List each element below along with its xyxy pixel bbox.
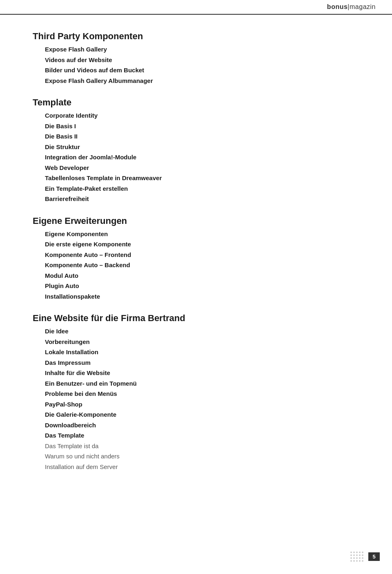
section-eigene: Eigene Erweiterungen <box>33 216 376 226</box>
section-firma: Eine Website für die Firma Bertrand <box>33 313 376 324</box>
list-item: Tabellenloses Template in Dreamweaver <box>45 173 376 183</box>
list-item: Die erste eigene Komponente <box>45 239 376 250</box>
list-item: Installationspakete <box>45 291 376 302</box>
header-bar: bonus|magazin <box>0 0 392 15</box>
list-item: Komponente Auto – Backend <box>45 260 376 270</box>
list-item: Eigene Komponenten <box>45 229 376 239</box>
list-item-das-template-ist-da: Das Template ist da <box>45 441 376 451</box>
brand-name: bonus <box>327 3 348 10</box>
list-item: Expose Flash Gallery <box>45 44 376 55</box>
list-item: Lokale Installation <box>45 347 376 357</box>
list-item-das-template: Das Template <box>45 430 376 441</box>
header-title: bonus|magazin <box>327 3 376 11</box>
header-subtitle: magazin <box>350 3 376 10</box>
section-template: Template <box>33 97 376 108</box>
list-item: Komponente Auto – Frontend <box>45 250 376 260</box>
list-item: Ein Benutzer- und ein Topmenü <box>45 378 376 389</box>
section-third-party: Third Party Komponenten <box>33 31 376 42</box>
list-item: Downloadbereich <box>45 420 376 431</box>
decorative-dots <box>350 552 363 562</box>
main-content: Third Party Komponenten Expose Flash Gal… <box>0 15 392 488</box>
list-item: Vorbereitungen <box>45 337 376 347</box>
list-item: Corporate Identity <box>45 110 376 121</box>
list-item: Probleme bei den Menüs <box>45 389 376 399</box>
list-item-installation: Installation auf dem Server <box>45 462 376 472</box>
page-container: bonus|magazin Third Party Komponenten Ex… <box>0 0 392 574</box>
list-item: Die Basis I <box>45 121 376 132</box>
list-item: Das Impressum <box>45 357 376 368</box>
list-item: Bilder und Videos auf dem Bucket <box>45 65 376 76</box>
list-item: Inhalte für die Website <box>45 368 376 378</box>
list-item-warum: Warum so und nicht anders <box>45 451 376 462</box>
list-item: PayPal-Shop <box>45 399 376 410</box>
page-number: 5 <box>368 552 380 561</box>
list-item: Integration der Joomla!-Module <box>45 152 376 163</box>
list-item: Die Basis II <box>45 131 376 142</box>
page-number-container: 5 <box>350 552 380 562</box>
list-item: Die Struktur <box>45 142 376 152</box>
list-item: Videos auf der Website <box>45 55 376 65</box>
list-item: Plugin Auto <box>45 281 376 291</box>
list-item: Ein Template-Paket erstellen <box>45 183 376 194</box>
list-item: Modul Auto <box>45 270 376 281</box>
list-item: Barrierefreiheit <box>45 194 376 204</box>
list-item: Web Developer <box>45 163 376 173</box>
list-item: Die Galerie-Komponente <box>45 409 376 420</box>
list-item: Die Idee <box>45 326 376 337</box>
list-item: Expose Flash Gallery Albummanager <box>45 76 376 86</box>
